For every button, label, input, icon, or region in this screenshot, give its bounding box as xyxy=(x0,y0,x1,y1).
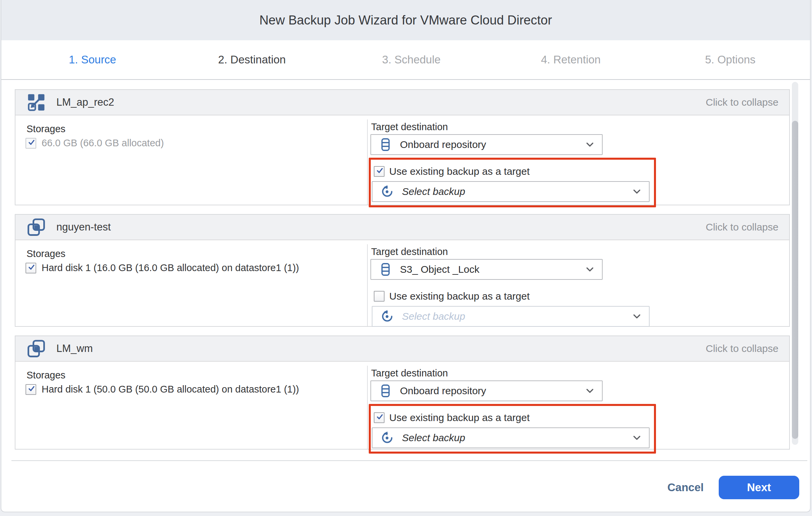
select-backup-dropdown: Select backup xyxy=(372,306,649,327)
select-backup-dropdown[interactable]: Select backup xyxy=(372,427,649,448)
dialog-title: New Backup Job Wizard for VMware Cloud D… xyxy=(259,13,552,28)
chevron-down-icon xyxy=(586,142,594,147)
storage-row: 66.0 GB (66.0 GB allocated) xyxy=(26,138,164,149)
step-source[interactable]: 1. Source xyxy=(13,53,172,66)
target-destination-dropdown[interactable]: Onboard repository xyxy=(371,380,603,401)
column-divider xyxy=(367,119,368,205)
use-existing-backup-checkbox[interactable] xyxy=(374,412,384,423)
target-destination-value: Onboard repository xyxy=(400,139,486,150)
storage-checkbox xyxy=(26,138,36,149)
section-lm-wm: LM_wm Click to collapse Storages Hard di… xyxy=(15,336,790,450)
content-divider xyxy=(11,460,807,461)
chevron-down-icon xyxy=(586,267,594,272)
collapse-hint: Click to collapse xyxy=(706,97,778,108)
check-icon xyxy=(375,413,383,420)
repository-icon xyxy=(378,137,393,152)
chevron-down-icon xyxy=(586,389,594,394)
vapp-name: LM_ap_rec2 xyxy=(56,96,114,108)
storage-row: Hard disk 1 (16.0 GB (16.0 GB allocated)… xyxy=(26,262,299,274)
check-icon xyxy=(27,385,35,392)
use-existing-backup-row: Use existing backup as a target xyxy=(374,166,530,177)
cancel-button[interactable]: Cancel xyxy=(667,481,704,494)
step-schedule: 3. Schedule xyxy=(331,53,491,66)
target-destination-dropdown[interactable]: S3_ Object _Lock xyxy=(371,259,603,280)
chevron-down-icon xyxy=(633,314,641,319)
check-icon xyxy=(27,264,35,270)
target-destination-label: Target destination xyxy=(371,368,448,379)
section-header-lm-wm[interactable]: LM_wm Click to collapse xyxy=(16,336,789,362)
vapp-icon xyxy=(26,339,46,359)
section-body: Storages Hard disk 1 (16.0 GB (16.0 GB a… xyxy=(16,240,789,326)
backup-job-wizard-dialog: New Backup Job Wizard for VMware Cloud D… xyxy=(1,0,811,512)
dialog-titlebar: New Backup Job Wizard for VMware Cloud D… xyxy=(1,0,810,40)
use-existing-backup-checkbox[interactable] xyxy=(374,166,384,177)
section-header-nguyen-test[interactable]: nguyen-test Click to collapse xyxy=(16,215,789,240)
vapp-list: LM_ap_rec2 Click to collapse Storages 66… xyxy=(15,81,791,460)
repository-icon xyxy=(378,383,393,398)
target-destination-label: Target destination xyxy=(371,121,448,133)
repository-icon xyxy=(378,262,393,277)
target-destination-dropdown[interactable]: Onboard repository xyxy=(371,134,603,155)
use-existing-backup-row: Use existing backup as a target xyxy=(374,290,530,302)
section-body: Storages Hard disk 1 (50.0 GB (50.0 GB a… xyxy=(16,362,789,449)
check-icon xyxy=(375,167,383,174)
use-existing-backup-label: Use existing backup as a target xyxy=(389,166,530,177)
column-divider xyxy=(367,366,368,449)
storages-label: Storages xyxy=(27,248,65,259)
chevron-down-icon xyxy=(633,189,641,194)
use-existing-backup-label: Use existing backup as a target xyxy=(389,412,530,423)
vapp-icon xyxy=(26,217,46,237)
restore-icon xyxy=(380,184,395,199)
storages-label: Storages xyxy=(27,123,65,135)
scrollbar-thumb[interactable] xyxy=(792,121,798,439)
wizard-steps: 1. Source 2. Destination 3. Schedule 4. … xyxy=(1,40,810,80)
collapse-hint: Click to collapse xyxy=(706,343,778,354)
storage-checkbox[interactable] xyxy=(26,263,36,274)
storage-label: 66.0 GB (66.0 GB allocated) xyxy=(41,138,164,149)
scrollbar-track[interactable] xyxy=(792,82,798,445)
section-nguyen-test: nguyen-test Click to collapse Storages H… xyxy=(15,214,790,327)
target-destination-label: Target destination xyxy=(371,246,448,257)
next-button[interactable]: Next xyxy=(719,476,799,499)
storage-label: Hard disk 1 (16.0 GB (16.0 GB allocated)… xyxy=(41,262,299,274)
select-backup-value: Select backup xyxy=(402,186,465,197)
restore-icon xyxy=(380,430,395,445)
restore-icon xyxy=(380,309,395,324)
storage-label: Hard disk 1 (50.0 GB (50.0 GB allocated)… xyxy=(41,384,299,395)
target-destination-value: Onboard repository xyxy=(400,385,486,397)
use-existing-backup-label: Use existing backup as a target xyxy=(389,290,530,302)
column-divider xyxy=(367,244,368,326)
step-destination[interactable]: 2. Destination xyxy=(172,53,331,66)
chevron-down-icon xyxy=(633,435,641,440)
target-destination-value: S3_ Object _Lock xyxy=(400,264,480,275)
select-backup-value: Select backup xyxy=(402,311,465,322)
vapp-name: nguyen-test xyxy=(56,221,111,233)
collapse-hint: Click to collapse xyxy=(706,222,778,233)
vapp-template-icon xyxy=(26,92,46,112)
select-backup-dropdown[interactable]: Select backup xyxy=(372,181,649,202)
check-icon xyxy=(27,139,35,146)
section-header-lm-ap-rec2[interactable]: LM_ap_rec2 Click to collapse xyxy=(16,90,789,115)
step-retention: 4. Retention xyxy=(491,53,650,66)
storage-row: Hard disk 1 (50.0 GB (50.0 GB allocated)… xyxy=(26,384,299,395)
select-backup-value: Select backup xyxy=(402,432,465,443)
storage-checkbox[interactable] xyxy=(26,384,36,395)
vapp-name: LM_wm xyxy=(56,343,93,355)
use-existing-backup-row: Use existing backup as a target xyxy=(374,412,530,423)
section-body: Storages 66.0 GB (66.0 GB allocated) Tar… xyxy=(16,115,789,205)
section-lm-ap-rec2: LM_ap_rec2 Click to collapse Storages 66… xyxy=(15,89,790,205)
step-options: 5. Options xyxy=(650,53,810,66)
use-existing-backup-checkbox[interactable] xyxy=(374,291,384,302)
storages-label: Storages xyxy=(27,370,65,381)
